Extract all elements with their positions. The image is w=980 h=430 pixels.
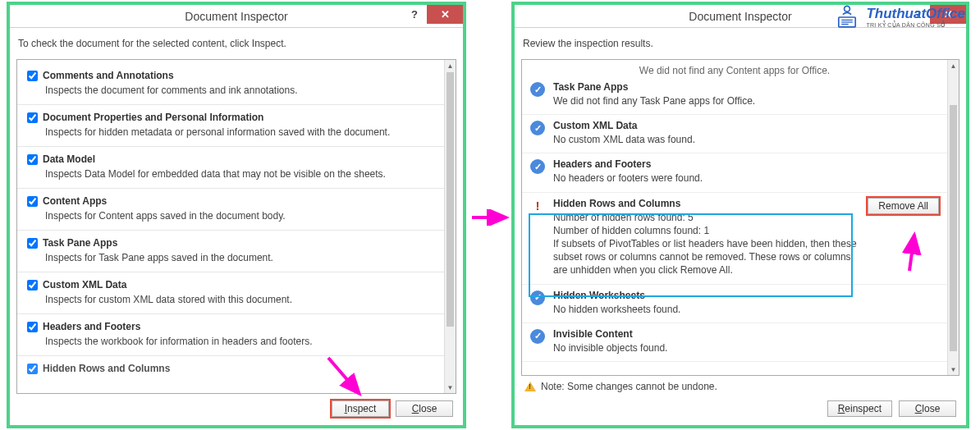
scrollbar-thumb[interactable] <box>446 72 454 327</box>
option-desc: Inspects for Content apps saved in the d… <box>45 210 436 222</box>
option-label: Content Apps <box>43 195 107 207</box>
option-desc: Inspects the workbook for information in… <box>45 336 436 347</box>
scroll-up-icon[interactable]: ▲ <box>445 60 456 71</box>
result-title: Invisible Content <box>553 328 939 340</box>
help-button[interactable]: ? <box>402 5 427 24</box>
check-icon: ✓ <box>530 290 545 305</box>
result-item: !Hidden Rows and ColumnsNumber of hidden… <box>522 193 947 285</box>
result-title: Hidden Worksheets <box>553 290 939 301</box>
titlebar: Document Inspector ? ✕ <box>515 5 966 28</box>
check-item: Headers and FootersInspects the workbook… <box>17 314 444 356</box>
option-label: Task Pane Apps <box>43 237 117 249</box>
titlebar-controls: ? ✕ <box>905 5 966 25</box>
inspect-button[interactable]: Inspect <box>332 400 389 417</box>
check-item: Task Pane AppsInspects for Task Pane app… <box>17 231 444 272</box>
warning-icon <box>524 382 536 391</box>
titlebar-controls: ? ✕ <box>402 5 463 25</box>
result-desc: No custom XML data was found. <box>553 133 939 146</box>
remove-all-button[interactable]: Remove All <box>868 198 939 214</box>
result-item: ✓Invisible ContentNo invisible objects f… <box>522 323 947 362</box>
result-desc: Number of hidden rows found: 5 Number of… <box>553 211 859 277</box>
options-scroll-area: Comments and AnnotationsInspects the doc… <box>16 59 456 394</box>
result-item: ✓Custom XML DataNo custom XML data was f… <box>522 115 947 153</box>
result-item: ✓Hidden WorksheetsNo hidden worksheets f… <box>522 285 947 323</box>
option-label: Headers and Footers <box>43 321 140 332</box>
option-label: Custom XML Data <box>43 279 126 290</box>
option-checkbox[interactable] <box>27 322 38 332</box>
dialog-title: Document Inspector <box>185 10 287 23</box>
dialog-footer: Reinspect Close <box>515 394 966 425</box>
option-label: Document Properties and Personal Informa… <box>43 112 263 123</box>
instruction-text: Review the inspection results. <box>515 28 966 59</box>
option-checkbox[interactable] <box>27 196 38 207</box>
reinspect-button[interactable]: Reinspect <box>827 400 892 417</box>
titlebar: Document Inspector ? ✕ <box>10 5 463 28</box>
option-desc: Inspects for hidden metadata or personal… <box>45 126 436 138</box>
scrollbar-thumb[interactable] <box>950 105 957 351</box>
check-item: Comments and AnnotationsInspects the doc… <box>17 63 444 105</box>
option-checkbox[interactable] <box>27 71 38 81</box>
check-icon: ✓ <box>530 329 545 344</box>
result-body: Custom XML DataNo custom XML data was fo… <box>553 120 939 146</box>
dialog-footer: Inspect Close <box>10 394 463 425</box>
option-checkbox[interactable] <box>27 112 38 123</box>
scroll-up-icon[interactable]: ▲ <box>948 60 959 71</box>
result-title: Task Pane Apps <box>553 81 939 93</box>
result-body: Task Pane AppsWe did not find any Task P… <box>553 81 939 108</box>
option-label: Data Model <box>43 153 95 165</box>
results-scroll-area: We did not find any Content apps for Off… <box>521 59 959 376</box>
document-inspector-dialog-results: Document Inspector ? ✕ Review the inspec… <box>511 2 969 428</box>
result-title: Headers and Footers <box>553 158 939 170</box>
scroll-down-icon[interactable]: ▼ <box>445 382 456 393</box>
close-button[interactable]: Close <box>899 400 956 417</box>
check-item: Custom XML DataInspects for custom XML d… <box>17 272 444 314</box>
option-desc: Inspects the document for comments and i… <box>45 85 436 96</box>
option-desc: Inspects Data Model for embedded data th… <box>45 168 436 180</box>
option-desc: Inspects for Task Pane apps saved in the… <box>45 252 436 263</box>
result-action: Remove All <box>868 198 939 214</box>
option-checkbox[interactable] <box>27 154 38 165</box>
option-checkbox[interactable] <box>27 280 38 290</box>
option-checkbox[interactable] <box>27 238 38 249</box>
result-desc: No invisible objects found. <box>553 341 939 355</box>
alert-icon: ! <box>530 199 545 213</box>
option-desc: Inspects for custom XML data stored with… <box>45 294 436 305</box>
result-body: Invisible ContentNo invisible objects fo… <box>553 328 939 355</box>
result-desc: No headers or footers were found. <box>553 172 939 185</box>
check-item: Document Properties and Personal Informa… <box>17 105 444 147</box>
result-body: Headers and FootersNo headers or footers… <box>553 158 939 185</box>
note-row: Note: Some changes cannot be undone. <box>515 376 966 394</box>
result-title: Custom XML Data <box>553 120 939 131</box>
check-item: Content AppsInspects for Content apps sa… <box>17 189 444 231</box>
result-desc: We did not find any Task Pane apps for O… <box>553 94 939 108</box>
check-item: Data ModelInspects Data Model for embedd… <box>17 147 444 189</box>
note-text: Note: Some changes cannot be undone. <box>541 381 717 392</box>
dialog-title: Document Inspector <box>689 10 791 23</box>
result-item: ✓Task Pane AppsWe did not find any Task … <box>522 76 947 115</box>
check-item: Hidden Rows and Columns <box>17 356 444 374</box>
option-label: Hidden Rows and Columns <box>43 363 170 374</box>
result-desc: No hidden worksheets found. <box>553 303 939 316</box>
check-icon: ✓ <box>530 159 545 174</box>
result-body: Hidden Rows and ColumnsNumber of hidden … <box>553 198 859 277</box>
result-item: ✓Headers and FootersNo headers or footer… <box>522 153 947 192</box>
close-button[interactable]: Close <box>396 400 453 417</box>
instruction-text: To check the document for the selected c… <box>10 28 463 59</box>
option-checkbox[interactable] <box>27 364 38 374</box>
document-inspector-dialog-initial: Document Inspector ? ✕ To check the docu… <box>7 2 466 428</box>
scroll-down-icon[interactable]: ▼ <box>948 364 959 375</box>
close-window-button[interactable]: ✕ <box>427 5 463 24</box>
close-window-button[interactable]: ✕ <box>930 5 966 24</box>
result-title: Hidden Rows and Columns <box>553 198 859 209</box>
result-body: Hidden WorksheetsNo hidden worksheets fo… <box>553 290 939 316</box>
help-button[interactable]: ? <box>905 5 930 24</box>
check-icon: ✓ <box>530 121 545 135</box>
check-icon: ✓ <box>530 82 545 97</box>
option-label: Comments and Annotations <box>43 70 174 81</box>
scrollbar[interactable]: ▲ ▼ <box>444 60 456 393</box>
clipped-prev-result: We did not find any Content apps for Off… <box>522 63 947 76</box>
scrollbar[interactable]: ▲ ▼ <box>947 60 959 375</box>
arrow-between-dialogs-icon <box>470 209 511 226</box>
